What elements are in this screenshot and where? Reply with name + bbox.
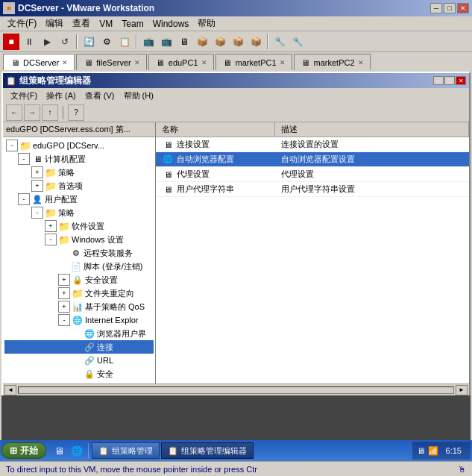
list-row-2[interactable]: 🌐 自动浏览器配置 自动浏览器配置设置: [156, 152, 469, 167]
tb-btn-5[interactable]: 🔄: [81, 34, 97, 50]
tb-btn-15[interactable]: 🔧: [271, 34, 288, 50]
tree-item-qos[interactable]: + 📊 基于策略的 QoS: [4, 300, 154, 313]
scroll-track[interactable]: [18, 386, 454, 394]
tree-expand-ws[interactable]: -: [45, 234, 57, 245]
inner-tb-help[interactable]: ?: [68, 104, 84, 121]
col-header-name[interactable]: 名称: [156, 122, 275, 137]
tb-btn-3[interactable]: ▶: [39, 34, 55, 50]
folder-icon-fr: 📁: [72, 287, 84, 299]
tree-expand-sec[interactable]: +: [58, 274, 70, 286]
tree-expand-p2[interactable]: -: [31, 207, 43, 219]
menu-view[interactable]: 查看: [68, 16, 95, 31]
tab-edupc1[interactable]: 🖥 eduPC1 ✕: [148, 54, 214, 70]
tree-item-computer-config[interactable]: - 🖥 计算机配置: [4, 152, 154, 166]
tab-close-dcserver[interactable]: ✕: [62, 59, 68, 66]
scroll-left-btn[interactable]: ◄: [4, 385, 16, 395]
row3-desc-text: 代理设置: [281, 169, 314, 180]
inner-max-button[interactable]: □: [444, 76, 455, 85]
quick-launch-browser[interactable]: 🌐: [69, 442, 85, 459]
menu-help[interactable]: 帮助: [193, 16, 220, 31]
tree-item-browser-ui[interactable]: 🌐 浏览器用户界: [4, 327, 154, 340]
inner-min-button[interactable]: ─: [433, 76, 444, 85]
tb-btn-8[interactable]: 📺: [140, 34, 157, 50]
tree-expand-ie[interactable]: -: [58, 314, 70, 326]
menu-edit[interactable]: 编辑: [41, 16, 68, 31]
start-label: 开始: [20, 445, 38, 457]
tb-btn-10[interactable]: 🖥: [176, 34, 192, 50]
tree-item-user-config[interactable]: - 👤 用户配置: [4, 192, 154, 206]
tree-label-p1: 策略: [58, 167, 75, 178]
scroll-right-btn[interactable]: ►: [456, 385, 468, 395]
tab-marketpc2[interactable]: 🖥 marketPC2 ✕: [294, 54, 371, 70]
menu-team[interactable]: Team: [117, 17, 148, 31]
cell-desc-2: 自动浏览器配置设置: [275, 152, 469, 166]
tree-expand-cc[interactable]: -: [18, 153, 30, 165]
tree-item-policy1[interactable]: + 📁 策略: [4, 166, 154, 179]
taskbar-item-policy-editor[interactable]: 📋 组策略管理编辑器: [161, 442, 254, 459]
tree-item-win-settings[interactable]: - 📁 Windows 设置: [4, 233, 154, 246]
tab-close-fileserver[interactable]: ✕: [134, 59, 140, 66]
menu-windows[interactable]: Windows: [148, 17, 194, 31]
tb-btn-2[interactable]: ⏸: [21, 34, 37, 50]
tree-expand-p1[interactable]: +: [31, 166, 43, 178]
tree-expand-fr[interactable]: +: [58, 287, 70, 299]
tb-btn-14[interactable]: 📦: [248, 34, 264, 50]
inner-menu-file[interactable]: 文件(F): [6, 89, 42, 103]
tree-expand-uc[interactable]: -: [18, 193, 30, 205]
tb-btn-9[interactable]: 📺: [158, 34, 174, 50]
tree-item-security[interactable]: + 🔒 安全设置: [4, 273, 154, 286]
tb-btn-6[interactable]: ⚙: [98, 34, 115, 50]
tree-expand-ss[interactable]: +: [45, 220, 57, 232]
tree-expand-pr1[interactable]: +: [31, 180, 43, 192]
inner-menu-help[interactable]: 帮助 (H): [119, 89, 158, 103]
cell-desc-3: 代理设置: [275, 167, 469, 181]
tab-marketpc1[interactable]: 🖥 marketPC1 ✕: [215, 54, 292, 70]
start-button[interactable]: ⊞ 开始: [1, 442, 46, 459]
horizontal-scrollbar[interactable]: ◄ ►: [3, 383, 469, 395]
tb-btn-1[interactable]: ■: [3, 34, 19, 50]
tab-close-marketpc1[interactable]: ✕: [280, 59, 286, 66]
tb-btn-16[interactable]: 🔧: [289, 34, 306, 50]
tab-close-marketpc2[interactable]: ✕: [358, 59, 364, 66]
list-row-3[interactable]: 🖥 代理设置 代理设置: [156, 167, 469, 182]
minimize-button[interactable]: ─: [430, 3, 442, 13]
tb-btn-13[interactable]: 📦: [230, 34, 246, 50]
list-row-4[interactable]: 🖥 用户代理字符串 用户代理字符串设置: [156, 182, 469, 197]
quick-launch-desktop[interactable]: 🖥: [51, 442, 67, 459]
tb-btn-7[interactable]: 📋: [116, 34, 133, 50]
tree-item-sec2[interactable]: 🔒 安全: [4, 367, 154, 381]
tree-item-remote-install[interactable]: ⚙ 远程安装服务: [4, 246, 154, 260]
tree-item-prefs1[interactable]: + 📁 首选项: [4, 179, 154, 192]
close-button[interactable]: ✕: [457, 3, 469, 13]
tree-item-url[interactable]: 🔗 URL: [4, 354, 154, 367]
list-row-1[interactable]: 🖥 连接设置 连接设置的设置: [156, 137, 469, 152]
col-header-desc[interactable]: 描述: [275, 122, 469, 137]
maximize-button[interactable]: □: [444, 3, 456, 13]
tree-item-policy2[interactable]: - 📁 策略: [4, 206, 154, 219]
cell-desc-1: 连接设置的设置: [275, 137, 469, 151]
tab-dcserver[interactable]: 🖥 DCServer ✕: [3, 54, 75, 70]
inner-tb-back[interactable]: ←: [6, 104, 22, 121]
inner-menu-action[interactable]: 操作 (A): [42, 89, 81, 103]
tree-item-folder-redirect[interactable]: + 📁 文件夹重定向: [4, 286, 154, 300]
taskbar-item-policy-mgmt[interactable]: 📋 组策略管理: [92, 442, 160, 459]
tree-expand-qos[interactable]: +: [58, 301, 70, 313]
menu-vm[interactable]: VM: [95, 17, 117, 31]
tab-close-edupc1[interactable]: ✕: [201, 59, 207, 66]
inner-close-button[interactable]: ✕: [456, 76, 466, 85]
tree-item-ie[interactable]: - 🌐 Internet Explor: [4, 313, 154, 327]
tree-item-root[interactable]: - 📁 eduGPO [DCServ...: [4, 139, 154, 152]
tree-item-sw-settings[interactable]: + 📁 软件设置: [4, 219, 154, 233]
tree-label-ss: 软件设置: [72, 221, 104, 232]
tree-expand-root[interactable]: -: [6, 140, 18, 151]
tree-item-connection[interactable]: 🔗 连接: [4, 340, 154, 354]
tb-btn-4[interactable]: ↺: [57, 34, 73, 50]
inner-tb-up[interactable]: ↑: [42, 104, 58, 121]
menu-file[interactable]: 文件(F): [3, 16, 41, 31]
tab-fileserver[interactable]: 🖥 fileServer ✕: [76, 54, 146, 70]
tree-item-script[interactable]: 📄 脚本 (登录/注销): [4, 260, 154, 273]
inner-menu-view[interactable]: 查看 (V): [81, 89, 119, 103]
inner-tb-forward[interactable]: →: [24, 104, 40, 121]
tb-btn-11[interactable]: 📦: [194, 34, 210, 50]
tb-btn-12[interactable]: 📦: [212, 34, 228, 50]
